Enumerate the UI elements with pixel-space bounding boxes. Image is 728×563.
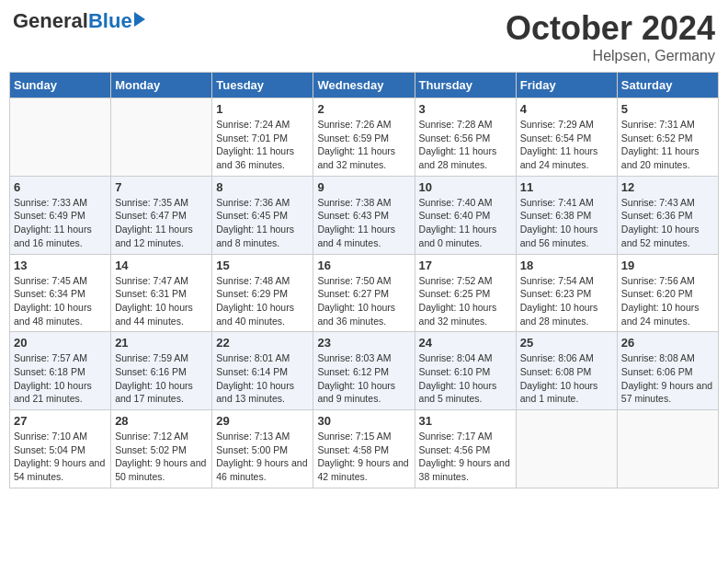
logo-general: General: [13, 9, 88, 33]
logo-blue: Blue: [88, 9, 132, 33]
day-number: 9: [317, 180, 410, 194]
day-info: Sunrise: 7:31 AM Sunset: 6:52 PM Dayligh…: [621, 118, 714, 172]
day-cell: 28Sunrise: 7:12 AM Sunset: 5:02 PM Dayli…: [111, 410, 212, 488]
day-cell: 16Sunrise: 7:50 AM Sunset: 6:27 PM Dayli…: [313, 254, 415, 332]
logo-arrow-icon: [134, 12, 145, 27]
day-number: 8: [216, 180, 309, 194]
day-number: 11: [520, 180, 613, 194]
day-cell: 21Sunrise: 7:59 AM Sunset: 6:16 PM Dayli…: [111, 332, 212, 410]
day-info: Sunrise: 7:40 AM Sunset: 6:40 PM Dayligh…: [419, 196, 512, 250]
week-row-3: 13Sunrise: 7:45 AM Sunset: 6:34 PM Dayli…: [10, 254, 719, 332]
day-info: Sunrise: 7:36 AM Sunset: 6:45 PM Dayligh…: [216, 196, 309, 250]
day-info: Sunrise: 8:08 AM Sunset: 6:06 PM Dayligh…: [621, 351, 714, 406]
day-info: Sunrise: 7:35 AM Sunset: 6:47 PM Dayligh…: [115, 196, 208, 250]
day-cell: 10Sunrise: 7:40 AM Sunset: 6:40 PM Dayli…: [415, 176, 516, 254]
day-number: 14: [115, 259, 208, 272]
day-number: 7: [115, 180, 208, 194]
week-row-4: 20Sunrise: 7:57 AM Sunset: 6:18 PM Dayli…: [10, 332, 719, 410]
day-number: 31: [419, 414, 512, 428]
location: Helpsen, Germany: [506, 48, 715, 64]
day-cell: 19Sunrise: 7:56 AM Sunset: 6:20 PM Dayli…: [617, 254, 718, 332]
day-info: Sunrise: 7:10 AM Sunset: 5:04 PM Dayligh…: [14, 430, 107, 484]
day-cell: 7Sunrise: 7:35 AM Sunset: 6:47 PM Daylig…: [111, 176, 212, 254]
day-cell: 6Sunrise: 7:33 AM Sunset: 6:49 PM Daylig…: [10, 176, 111, 254]
day-number: 30: [317, 414, 410, 428]
day-info: Sunrise: 7:59 AM Sunset: 6:16 PM Dayligh…: [115, 351, 208, 406]
day-cell: 14Sunrise: 7:47 AM Sunset: 6:31 PM Dayli…: [111, 254, 212, 332]
day-cell: 27Sunrise: 7:10 AM Sunset: 5:04 PM Dayli…: [10, 410, 111, 488]
day-cell: 4Sunrise: 7:29 AM Sunset: 6:54 PM Daylig…: [516, 98, 617, 177]
header-friday: Friday: [516, 73, 617, 98]
day-number: 12: [621, 180, 714, 194]
header-sunday: Sunday: [10, 73, 111, 98]
day-number: 2: [317, 102, 410, 116]
day-number: 15: [216, 259, 309, 272]
day-info: Sunrise: 7:54 AM Sunset: 6:23 PM Dayligh…: [520, 274, 613, 328]
day-info: Sunrise: 7:41 AM Sunset: 6:38 PM Dayligh…: [520, 196, 613, 250]
day-cell: 12Sunrise: 7:43 AM Sunset: 6:36 PM Dayli…: [617, 176, 718, 254]
title-block: October 2024 Helpsen, Germany: [506, 9, 715, 64]
day-info: Sunrise: 7:52 AM Sunset: 6:25 PM Dayligh…: [419, 274, 512, 328]
day-info: Sunrise: 7:12 AM Sunset: 5:02 PM Dayligh…: [115, 430, 208, 484]
page-header: General Blue October 2024 Helpsen, Germa…: [9, 9, 719, 64]
header-saturday: Saturday: [617, 73, 718, 98]
day-cell: 13Sunrise: 7:45 AM Sunset: 6:34 PM Dayli…: [10, 254, 111, 332]
day-cell: 25Sunrise: 8:06 AM Sunset: 6:08 PM Dayli…: [516, 332, 617, 410]
calendar-table: SundayMondayTuesdayWednesdayThursdayFrid…: [9, 72, 719, 488]
day-info: Sunrise: 7:26 AM Sunset: 6:59 PM Dayligh…: [317, 118, 410, 172]
day-info: Sunrise: 7:38 AM Sunset: 6:43 PM Dayligh…: [317, 196, 410, 250]
day-number: 1: [216, 102, 309, 116]
week-row-2: 6Sunrise: 7:33 AM Sunset: 6:49 PM Daylig…: [10, 176, 719, 254]
day-info: Sunrise: 7:56 AM Sunset: 6:20 PM Dayligh…: [621, 274, 714, 328]
day-cell: 17Sunrise: 7:52 AM Sunset: 6:25 PM Dayli…: [415, 254, 516, 332]
day-info: Sunrise: 7:13 AM Sunset: 5:00 PM Dayligh…: [216, 430, 309, 484]
day-cell: 23Sunrise: 8:03 AM Sunset: 6:12 PM Dayli…: [313, 332, 415, 410]
day-info: Sunrise: 7:43 AM Sunset: 6:36 PM Dayligh…: [621, 196, 714, 250]
day-number: 25: [520, 336, 613, 350]
day-cell: 30Sunrise: 7:15 AM Sunset: 4:58 PM Dayli…: [313, 410, 415, 488]
day-cell: 24Sunrise: 8:04 AM Sunset: 6:10 PM Dayli…: [415, 332, 516, 410]
day-number: 26: [621, 336, 714, 350]
header-monday: Monday: [111, 73, 212, 98]
day-number: 6: [14, 180, 107, 194]
day-info: Sunrise: 7:47 AM Sunset: 6:31 PM Dayligh…: [115, 274, 208, 328]
day-cell: 1Sunrise: 7:24 AM Sunset: 7:01 PM Daylig…: [212, 98, 313, 177]
day-info: Sunrise: 7:28 AM Sunset: 6:56 PM Dayligh…: [419, 118, 512, 172]
day-cell: 29Sunrise: 7:13 AM Sunset: 5:00 PM Dayli…: [212, 410, 313, 488]
day-info: Sunrise: 7:29 AM Sunset: 6:54 PM Dayligh…: [520, 118, 613, 172]
day-cell: 31Sunrise: 7:17 AM Sunset: 4:56 PM Dayli…: [415, 410, 516, 488]
day-cell: 5Sunrise: 7:31 AM Sunset: 6:52 PM Daylig…: [617, 98, 718, 177]
week-row-1: 1Sunrise: 7:24 AM Sunset: 7:01 PM Daylig…: [10, 98, 719, 177]
day-number: 18: [520, 259, 613, 272]
day-info: Sunrise: 7:50 AM Sunset: 6:27 PM Dayligh…: [317, 274, 410, 328]
day-number: 29: [216, 414, 309, 428]
day-number: 28: [115, 414, 208, 428]
day-cell: 8Sunrise: 7:36 AM Sunset: 6:45 PM Daylig…: [212, 176, 313, 254]
day-info: Sunrise: 7:33 AM Sunset: 6:49 PM Dayligh…: [14, 196, 107, 250]
day-info: Sunrise: 8:06 AM Sunset: 6:08 PM Dayligh…: [520, 351, 613, 406]
day-number: 27: [14, 414, 107, 428]
header-tuesday: Tuesday: [212, 73, 313, 98]
header-wednesday: Wednesday: [313, 73, 415, 98]
day-info: Sunrise: 8:03 AM Sunset: 6:12 PM Dayligh…: [317, 351, 410, 406]
day-number: 19: [621, 259, 714, 272]
day-info: Sunrise: 8:01 AM Sunset: 6:14 PM Dayligh…: [216, 351, 309, 406]
day-number: 10: [419, 180, 512, 194]
day-number: 4: [520, 102, 613, 116]
day-info: Sunrise: 7:17 AM Sunset: 4:56 PM Dayligh…: [419, 430, 512, 484]
day-info: Sunrise: 7:15 AM Sunset: 4:58 PM Dayligh…: [317, 430, 410, 484]
week-row-5: 27Sunrise: 7:10 AM Sunset: 5:04 PM Dayli…: [10, 410, 719, 488]
day-cell: [617, 410, 718, 488]
day-number: 20: [14, 336, 107, 350]
day-number: 22: [216, 336, 309, 350]
day-cell: 9Sunrise: 7:38 AM Sunset: 6:43 PM Daylig…: [313, 176, 415, 254]
day-number: 24: [419, 336, 512, 350]
day-info: Sunrise: 7:45 AM Sunset: 6:34 PM Dayligh…: [14, 274, 107, 328]
day-number: 23: [317, 336, 410, 350]
day-info: Sunrise: 7:48 AM Sunset: 6:29 PM Dayligh…: [216, 274, 309, 328]
day-info: Sunrise: 7:24 AM Sunset: 7:01 PM Dayligh…: [216, 118, 309, 172]
day-number: 16: [317, 259, 410, 272]
day-cell: 22Sunrise: 8:01 AM Sunset: 6:14 PM Dayli…: [212, 332, 313, 410]
day-cell: [10, 98, 111, 177]
day-cell: 18Sunrise: 7:54 AM Sunset: 6:23 PM Dayli…: [516, 254, 617, 332]
